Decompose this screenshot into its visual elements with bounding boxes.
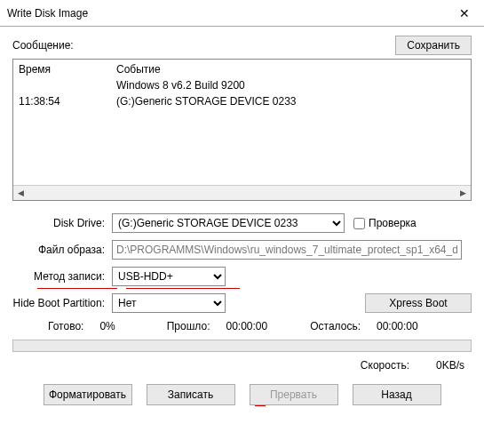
drive-label: Disk Drive: xyxy=(12,217,112,229)
remaining-value: 00:00:00 xyxy=(377,320,418,332)
message-label: Сообщение: xyxy=(12,39,74,52)
red-underline xyxy=(255,405,266,406)
ready-value: 0% xyxy=(99,320,115,332)
abort-button: Прервать xyxy=(250,384,338,405)
log-time: 11:38:54 xyxy=(19,93,116,109)
file-label: Файл образа: xyxy=(12,244,112,256)
speed-value: 0KB/s xyxy=(436,359,464,372)
red-underline xyxy=(126,288,240,289)
titlebar: Write Disk Image ✕ xyxy=(0,0,484,27)
ready-label: Готово: xyxy=(48,320,83,332)
log-time xyxy=(19,77,116,93)
close-icon: ✕ xyxy=(459,6,470,20)
log-row: 11:38:54 (G:)Generic STORAGE DEVICE 0233 xyxy=(19,93,465,109)
save-button[interactable]: Сохранить xyxy=(395,36,472,55)
method-label: Метод записи: xyxy=(12,270,112,283)
progress-bar xyxy=(12,340,472,352)
elapsed-label: Прошло: xyxy=(167,320,210,332)
elapsed-value: 00:00:00 xyxy=(226,320,267,332)
hide-boot-select[interactable]: Нет xyxy=(112,293,226,313)
scroll-right-icon[interactable]: ▶ xyxy=(456,186,471,201)
disk-drive-select[interactable]: (G:)Generic STORAGE DEVICE 0233 xyxy=(112,213,345,233)
log-event: Windows 8 v6.2 Build 9200 xyxy=(116,77,465,93)
log-row: Windows 8 v6.2 Build 9200 xyxy=(19,77,465,93)
log-header-time: Время xyxy=(19,61,116,77)
write-method-select[interactable]: USB-HDD+ xyxy=(112,267,226,286)
scroll-left-icon[interactable]: ◀ xyxy=(13,186,28,201)
horizontal-scrollbar[interactable]: ◀ ▶ xyxy=(13,185,471,200)
red-underline xyxy=(37,288,117,289)
xpress-boot-button[interactable]: Xpress Boot xyxy=(365,293,472,313)
remaining-label: Осталось: xyxy=(310,320,361,332)
window-title: Write Disk Image xyxy=(7,7,88,20)
log-box: Время Событие Windows 8 v6.2 Build 9200 … xyxy=(12,59,472,201)
hide-label: Hide Boot Partition: xyxy=(12,297,112,309)
log-event: (G:)Generic STORAGE DEVICE 0233 xyxy=(116,93,465,109)
back-button[interactable]: Назад xyxy=(353,384,441,405)
verify-checkbox[interactable] xyxy=(353,218,365,229)
verify-label: Проверка xyxy=(369,217,417,229)
log-header-event: Событие xyxy=(116,61,465,77)
speed-label: Скорость: xyxy=(361,359,409,372)
verify-checkbox-wrap[interactable]: Проверка xyxy=(353,217,417,229)
format-button[interactable]: Форматировать xyxy=(44,384,132,405)
image-file-input[interactable] xyxy=(112,240,462,260)
close-button[interactable]: ✕ xyxy=(445,0,484,26)
write-button[interactable]: Записать xyxy=(147,384,235,405)
